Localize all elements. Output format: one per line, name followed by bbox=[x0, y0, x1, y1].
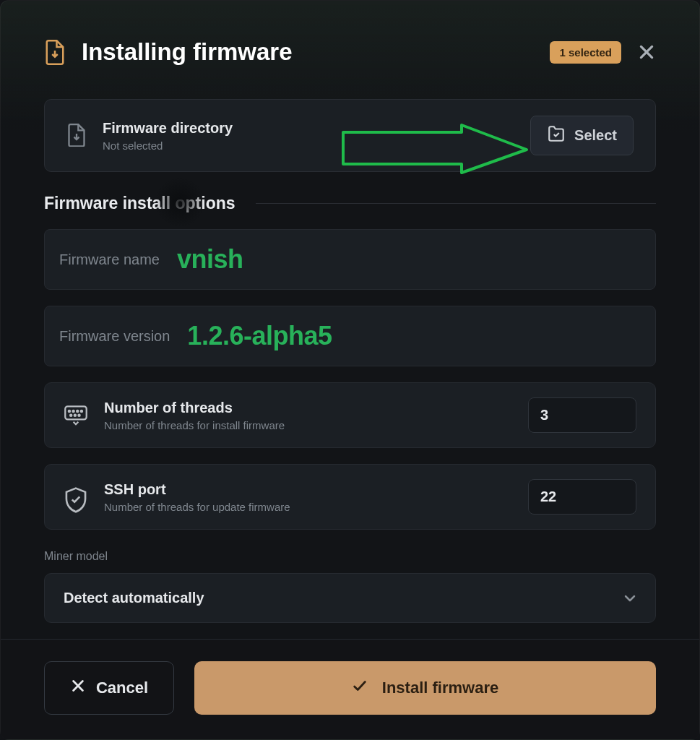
select-button-label: Select bbox=[574, 127, 617, 144]
install-firmware-modal: Installing firmware 1 selected Firmware … bbox=[0, 0, 700, 740]
svg-rect-3 bbox=[65, 406, 86, 419]
threads-text: Number of threads Number of threads for … bbox=[104, 400, 528, 431]
firmware-version-label: Firmware version bbox=[59, 328, 170, 345]
threads-input[interactable] bbox=[528, 397, 636, 433]
firmware-version-row[interactable]: Firmware version 1.2.6-alpha5 bbox=[44, 306, 656, 366]
directory-status: Not selected bbox=[103, 139, 530, 152]
install-options-heading-row: Firmware install options bbox=[44, 194, 656, 213]
keyboard-icon bbox=[64, 405, 88, 426]
ssh-label: SSH port bbox=[104, 481, 528, 498]
firmware-name-label: Firmware name bbox=[59, 251, 160, 268]
firmware-version-value: 1.2.6-alpha5 bbox=[187, 321, 332, 351]
check-icon bbox=[352, 678, 368, 698]
threads-label: Number of threads bbox=[104, 400, 528, 416]
ssh-text: SSH port Number of threads for update fi… bbox=[104, 481, 528, 513]
close-icon bbox=[70, 678, 86, 698]
file-download-icon bbox=[66, 124, 87, 148]
miner-model-label: Miner model bbox=[44, 550, 656, 563]
selected-count-badge: 1 selected bbox=[550, 41, 621, 64]
svg-point-7 bbox=[81, 410, 82, 411]
directory-label: Firmware directory bbox=[103, 120, 530, 137]
modal-footer: Cancel Install firmware bbox=[1, 639, 699, 739]
shield-check-icon bbox=[64, 486, 88, 508]
svg-point-10 bbox=[78, 414, 79, 416]
cancel-button-label: Cancel bbox=[96, 679, 148, 697]
threads-sub: Number of threads for install firmware bbox=[104, 419, 528, 431]
svg-point-5 bbox=[72, 410, 74, 411]
ssh-port-row: SSH port Number of threads for update fi… bbox=[44, 464, 656, 530]
install-options-heading: Firmware install options bbox=[44, 194, 256, 213]
firmware-name-row[interactable]: Firmware name vnish bbox=[44, 229, 656, 290]
folder-check-icon bbox=[547, 125, 566, 146]
modal-title: Installing firmware bbox=[82, 38, 550, 66]
ssh-sub: Number of threads for update firmware bbox=[104, 501, 528, 513]
close-button[interactable] bbox=[637, 43, 656, 61]
miner-model-select[interactable]: Detect automatically bbox=[44, 573, 656, 623]
file-download-icon bbox=[44, 40, 66, 64]
select-directory-button[interactable]: Select bbox=[530, 116, 634, 155]
chevron-down-icon bbox=[623, 592, 636, 605]
cancel-button[interactable]: Cancel bbox=[44, 661, 174, 715]
miner-model-value: Detect automatically bbox=[64, 590, 204, 606]
directory-text: Firmware directory Not selected bbox=[103, 120, 530, 152]
svg-point-4 bbox=[69, 410, 70, 411]
firmware-name-value: vnish bbox=[177, 244, 243, 275]
svg-point-6 bbox=[77, 410, 78, 411]
ssh-port-input[interactable] bbox=[528, 479, 636, 515]
svg-point-8 bbox=[70, 414, 72, 416]
install-firmware-button[interactable]: Install firmware bbox=[194, 661, 656, 715]
divider bbox=[256, 203, 656, 204]
svg-point-9 bbox=[74, 414, 76, 416]
modal-header: Installing firmware 1 selected bbox=[1, 1, 699, 90]
firmware-directory-card: Firmware directory Not selected Select bbox=[44, 99, 656, 172]
threads-row: Number of threads Number of threads for … bbox=[44, 382, 656, 448]
install-button-label: Install firmware bbox=[382, 679, 498, 697]
